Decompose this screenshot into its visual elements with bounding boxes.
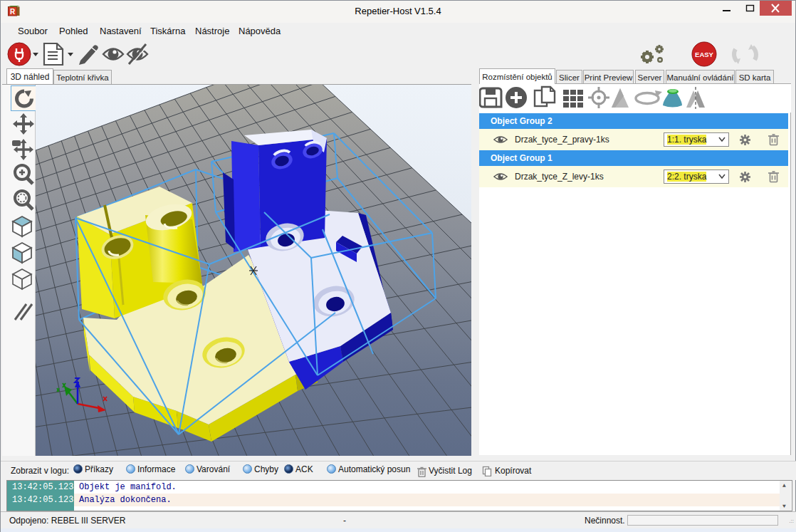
svg-text:EASY: EASY xyxy=(695,51,714,58)
